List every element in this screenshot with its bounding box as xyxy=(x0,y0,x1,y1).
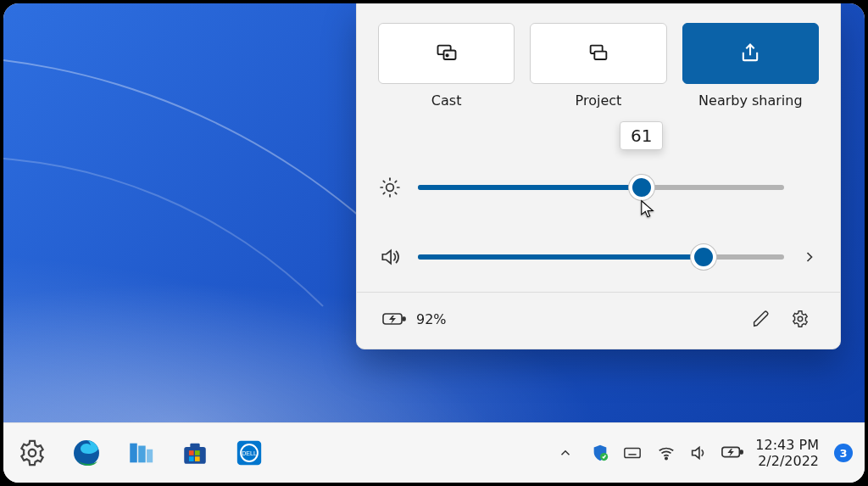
svg-point-39 xyxy=(665,457,667,459)
taskbar-clock[interactable]: 12:43 PM 2/2/2022 xyxy=(755,437,819,469)
share-icon xyxy=(738,42,762,65)
project-label: Project xyxy=(576,92,622,109)
volume-icon xyxy=(379,246,401,268)
svg-point-18 xyxy=(29,450,36,457)
svg-line-11 xyxy=(383,181,385,182)
brightness-icon xyxy=(379,176,401,198)
quick-settings-tiles: Cast Project xyxy=(379,23,818,109)
svg-rect-22 xyxy=(147,450,153,463)
svg-rect-25 xyxy=(189,450,194,455)
svg-line-14 xyxy=(395,181,397,182)
nearby-sharing-tile[interactable] xyxy=(682,23,819,84)
svg-rect-4 xyxy=(594,52,606,59)
quick-settings-panel: Cast Project xyxy=(356,3,841,349)
brightness-slider[interactable] xyxy=(418,179,784,196)
svg-point-2 xyxy=(446,54,448,56)
taskbar-dell-icon[interactable]: DELL xyxy=(232,436,266,470)
svg-line-13 xyxy=(383,193,385,194)
project-tile[interactable] xyxy=(530,23,666,84)
cast-icon xyxy=(435,42,459,65)
project-icon xyxy=(587,42,610,65)
battery-percent-label: 92% xyxy=(416,311,447,327)
svg-rect-16 xyxy=(403,317,405,321)
brightness-tooltip: 61 xyxy=(620,121,663,150)
svg-line-12 xyxy=(395,193,397,194)
tray-overflow-button[interactable] xyxy=(555,436,576,470)
taskbar-date: 2/2/2022 xyxy=(758,453,819,469)
touch-keyboard-tray-icon[interactable] xyxy=(623,444,642,462)
volume-slider[interactable] xyxy=(418,249,784,265)
svg-point-6 xyxy=(387,184,394,192)
svg-text:DELL: DELL xyxy=(242,450,257,457)
svg-point-17 xyxy=(798,316,803,321)
svg-rect-27 xyxy=(189,456,194,461)
taskbar-app1-icon[interactable] xyxy=(124,436,158,470)
cast-label: Cast xyxy=(431,92,462,109)
svg-rect-21 xyxy=(138,446,146,463)
open-settings-button[interactable] xyxy=(786,304,815,333)
svg-rect-28 xyxy=(195,456,200,461)
security-tray-icon[interactable] xyxy=(591,444,609,462)
wifi-tray-icon xyxy=(657,444,676,462)
svg-rect-26 xyxy=(195,450,200,455)
taskbar-store-icon[interactable] xyxy=(178,436,212,470)
nearby-sharing-label: Nearby sharing xyxy=(698,92,803,109)
taskbar-edge-icon[interactable] xyxy=(70,436,103,470)
svg-rect-24 xyxy=(190,444,199,449)
taskbar-settings-icon[interactable] xyxy=(15,436,49,470)
battery-tray-icon xyxy=(721,444,740,462)
quick-settings-tray-button[interactable] xyxy=(657,444,740,462)
battery-status-icon[interactable] xyxy=(382,310,406,327)
edit-quick-settings-button[interactable] xyxy=(747,304,776,333)
cast-tile[interactable] xyxy=(378,23,515,84)
svg-rect-41 xyxy=(741,450,743,454)
volume-flyout-button[interactable] xyxy=(801,249,818,265)
taskbar-time: 12:43 PM xyxy=(755,437,819,453)
svg-rect-20 xyxy=(130,444,137,463)
volume-tray-icon xyxy=(689,444,708,462)
notification-center-badge[interactable]: 3 xyxy=(834,444,853,462)
svg-rect-33 xyxy=(625,449,640,458)
taskbar: DELL xyxy=(3,422,865,483)
